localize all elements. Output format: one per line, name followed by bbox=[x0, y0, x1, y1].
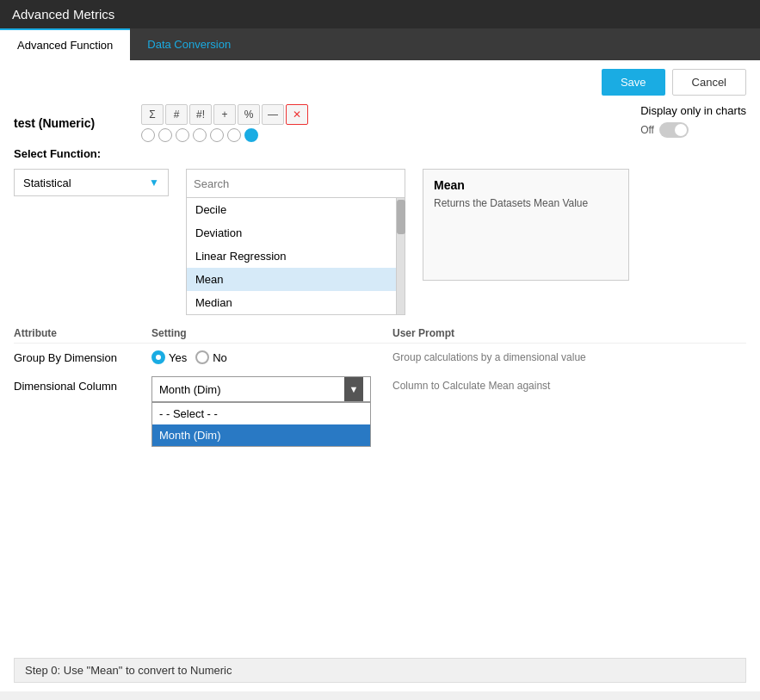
tab-advanced-function[interactable]: Advanced Function bbox=[0, 28, 130, 60]
step-bar-text: Step 0: Use "Mean" to convert to Numeric bbox=[25, 664, 232, 677]
search-box-wrap bbox=[186, 169, 405, 198]
radio-7[interactable] bbox=[244, 128, 258, 142]
radio-6[interactable] bbox=[227, 128, 241, 142]
toggle-switch[interactable] bbox=[659, 122, 689, 138]
attributes-section: Attribute Setting User Prompt Group By D… bbox=[14, 327, 746, 402]
header-user-prompt: User Prompt bbox=[392, 327, 530, 339]
radio-row bbox=[141, 128, 258, 142]
header-attribute: Attribute bbox=[14, 327, 151, 339]
info-panel-title: Mean bbox=[434, 178, 618, 192]
select-function-row: Select Function: bbox=[14, 147, 746, 160]
app-title: Advanced Metrics bbox=[12, 7, 114, 22]
function-type-dropdown[interactable]: Statistical ▼ bbox=[14, 169, 169, 196]
info-panel-desc: Returns the Datasets Mean Value bbox=[434, 197, 618, 209]
attr-name-dimensional: Dimensional Column bbox=[14, 376, 151, 393]
tabs-bar: Advanced Function Data Conversion bbox=[0, 28, 760, 60]
top-actions: Save Cancel bbox=[14, 69, 746, 96]
minus-icon[interactable]: — bbox=[262, 104, 284, 125]
radio-2[interactable] bbox=[158, 128, 172, 142]
dim-dropdown-value: Month (Dim) bbox=[159, 383, 221, 396]
attribute-row-dimensional: Dimensional Column Month (Dim) ▼ - - Sel… bbox=[14, 376, 746, 402]
percent-icon[interactable]: % bbox=[238, 104, 260, 125]
radio-yes-label: Yes bbox=[169, 351, 187, 364]
plus-icon[interactable]: + bbox=[213, 104, 236, 125]
dim-dropdown-arrow-icon: ▼ bbox=[344, 377, 363, 401]
search-input[interactable] bbox=[187, 170, 405, 197]
field-section: test (Numeric) Σ # #! + % — ✕ bbox=[14, 104, 746, 142]
display-charts-group: Display only in charts Off bbox=[640, 104, 746, 138]
attributes-header: Attribute Setting User Prompt bbox=[14, 327, 746, 344]
cancel-button[interactable]: Cancel bbox=[672, 69, 746, 96]
radio-group-group-by: Yes No bbox=[151, 350, 392, 364]
icon-buttons: Σ # #! + % — ✕ bbox=[141, 104, 308, 125]
radio-yes[interactable]: Yes bbox=[151, 350, 187, 364]
list-item-decile[interactable]: Decile bbox=[187, 198, 396, 221]
toggle-row: Off bbox=[640, 122, 689, 138]
list-item-deviation[interactable]: Deviation bbox=[187, 221, 396, 245]
list-item-mean[interactable]: Mean bbox=[187, 268, 396, 291]
toggle-off-label: Off bbox=[640, 124, 654, 136]
attr-prompt-dimensional: Column to Calculate Mean against bbox=[392, 376, 550, 392]
list-item-linear-regression[interactable]: Linear Regression bbox=[187, 245, 396, 268]
function-type-value: Statistical bbox=[23, 177, 71, 189]
tab-data-conversion[interactable]: Data Conversion bbox=[130, 28, 248, 60]
dim-dropdown[interactable]: Month (Dim) ▼ bbox=[151, 376, 371, 402]
dim-option-month[interactable]: Month (Dim) bbox=[152, 424, 370, 446]
field-name: test (Numeric) bbox=[14, 104, 126, 130]
function-list-scroll: Decile Deviation Linear Regression Mean … bbox=[186, 198, 405, 315]
save-button[interactable]: Save bbox=[602, 69, 665, 96]
function-list: Decile Deviation Linear Regression Mean … bbox=[187, 198, 396, 314]
radio-5[interactable] bbox=[210, 128, 224, 142]
radio-4[interactable] bbox=[193, 128, 207, 142]
delete-icon[interactable]: ✕ bbox=[286, 104, 308, 125]
field-left: test (Numeric) Σ # #! + % — ✕ bbox=[14, 104, 308, 142]
header-setting: Setting bbox=[151, 327, 392, 339]
dim-dropdown-menu: - - Select - - Month (Dim) bbox=[151, 402, 371, 447]
dropdown-arrow-icon: ▼ bbox=[149, 177, 159, 189]
icon-row: Σ # #! + % — ✕ bbox=[141, 104, 308, 142]
attr-prompt-group-by: Group calculations by a dimensional valu… bbox=[392, 351, 586, 363]
radio-no-label: No bbox=[213, 351, 227, 364]
hash-excl-icon[interactable]: #! bbox=[189, 104, 212, 125]
scrollbar-thumb bbox=[397, 200, 405, 234]
radio-no-circle bbox=[195, 350, 209, 364]
list-item-median[interactable]: Median bbox=[187, 291, 396, 314]
radio-3[interactable] bbox=[176, 128, 189, 142]
sigma-icon[interactable]: Σ bbox=[141, 104, 164, 125]
toggle-knob bbox=[675, 124, 687, 136]
select-function-label: Select Function: bbox=[14, 147, 117, 160]
info-panel: Mean Returns the Datasets Mean Value bbox=[423, 169, 629, 281]
list-scrollbar[interactable] bbox=[396, 198, 405, 314]
radio-no[interactable]: No bbox=[195, 350, 227, 364]
dim-option-select[interactable]: - - Select - - bbox=[152, 403, 370, 424]
radio-1[interactable] bbox=[141, 128, 155, 142]
radio-yes-circle bbox=[151, 350, 165, 364]
title-bar: Advanced Metrics bbox=[0, 0, 760, 28]
attr-name-group-by: Group By Dimension bbox=[14, 351, 151, 364]
step-bar: Step 0: Use "Mean" to convert to Numeric bbox=[14, 658, 746, 683]
search-and-list: Decile Deviation Linear Regression Mean … bbox=[186, 169, 405, 315]
dim-dropdown-wrapper: Month (Dim) ▼ - - Select - - Month (Dim) bbox=[151, 376, 371, 402]
display-charts-label: Display only in charts bbox=[640, 104, 746, 117]
attr-setting-dimensional: Month (Dim) ▼ - - Select - - Month (Dim) bbox=[151, 376, 392, 402]
attribute-row-group-by: Group By Dimension Yes No Group calculat… bbox=[14, 350, 746, 364]
main-content: Save Cancel test (Numeric) Σ # #! + % — … bbox=[0, 60, 760, 691]
attr-setting-group-by: Yes No bbox=[151, 350, 392, 364]
function-area: Statistical ▼ Decile Deviation Linear Re… bbox=[14, 169, 746, 315]
hash-icon[interactable]: # bbox=[165, 104, 188, 125]
